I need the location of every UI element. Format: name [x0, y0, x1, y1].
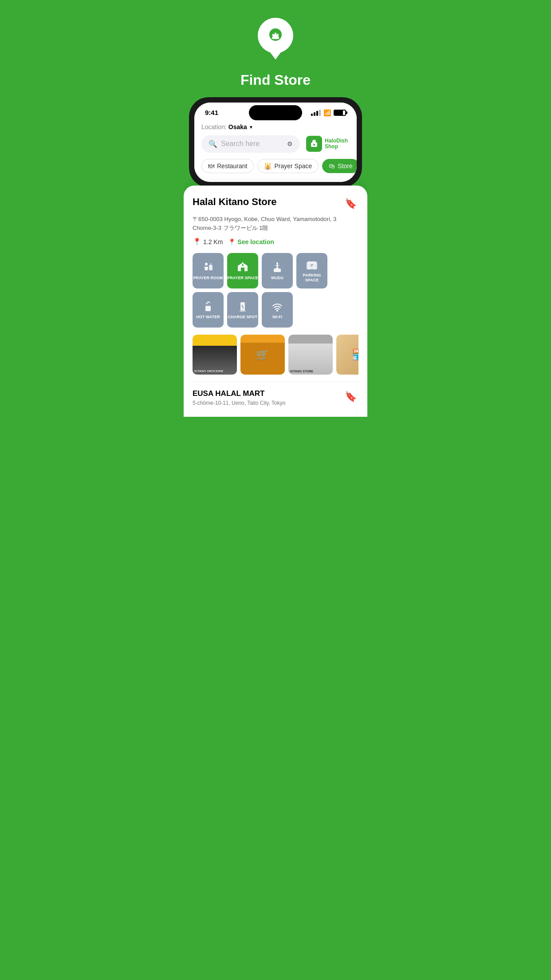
charge-spot-label: CHARGE SPOT [228, 315, 257, 320]
store-distance-row: 📍 1.2 Km 📍 See location [193, 237, 358, 246]
bookmark-button[interactable]: 🔖 [343, 196, 358, 211]
amenity-hot-water[interactable]: HOT WATER [193, 292, 224, 328]
page-title: Find Store [240, 72, 311, 88]
svg-rect-14 [274, 269, 281, 272]
amenity-wifi[interactable]: WI-FI [262, 292, 293, 328]
signal-icon [311, 110, 321, 116]
svg-point-9 [205, 263, 208, 265]
search-row: 🔍 Search here ⚙ Hal [201, 134, 350, 154]
logo-icon [265, 25, 286, 46]
wifi-label: WI-FI [272, 315, 282, 320]
parking-icon: P [306, 259, 318, 271]
category-tabs: 🍽 Restaurant 🕌 Prayer Space 🛍 Store [201, 159, 350, 177]
phone-screen: 9:41 📶 Location: Osaka ▼ [194, 103, 357, 182]
second-store-bookmark[interactable]: 🔖 [343, 389, 358, 404]
prayer-space-icon: 🕌 [264, 162, 272, 170]
svg-rect-24 [240, 310, 246, 312]
svg-point-8 [313, 144, 315, 146]
svg-point-19 [314, 268, 315, 269]
store-icon: 🛍 [329, 162, 335, 170]
prayer-space-label: PRAYER SPACE [227, 276, 258, 281]
chevron-down-icon[interactable]: ▼ [249, 125, 253, 130]
distance-icon: 📍 [193, 237, 201, 246]
photos-row: KITANO GROCERIE 🛒 KITANO STORE 🏪 [193, 335, 358, 375]
search-icon: 🔍 [209, 140, 217, 148]
app-container: Find Store 9:41 📶 [184, 0, 367, 417]
svg-point-13 [242, 264, 244, 266]
svg-rect-22 [205, 306, 211, 311]
amenity-charge-spot[interactable]: CHARGE SPOT [227, 292, 258, 328]
logo-pin [258, 18, 293, 59]
wudu-label: WUDU [271, 276, 283, 281]
second-store-address: 5-chōme-10-11, Ueno, Taito City, Tokyo [193, 400, 285, 406]
location-city: Osaka [228, 123, 247, 130]
amenity-prayer-room[interactable]: PRAYER ROOM [193, 253, 224, 288]
search-placeholder: Search here [221, 140, 283, 148]
svg-point-5 [274, 33, 275, 35]
location-label: Location: [201, 123, 227, 130]
charge-spot-icon [236, 300, 249, 313]
wudu-icon [271, 261, 283, 274]
halodish-text: HaloDish Shop [325, 138, 348, 150]
second-store-row: EUSA HALAL MART 5-chōme-10-11, Ueno, Tai… [193, 382, 358, 406]
distance-text: 📍 1.2 Km [193, 237, 223, 246]
photo-4[interactable]: 🏪 [336, 335, 358, 375]
green-header: Find Store [184, 0, 367, 97]
location-pin-icon: 📍 [228, 238, 236, 245]
logo-arrow [270, 52, 281, 59]
search-box[interactable]: 🔍 Search here ⚙ [201, 135, 300, 153]
svg-rect-11 [209, 265, 213, 270]
tab-store[interactable]: 🛍 Store [322, 159, 357, 173]
photo-2[interactable]: 🛒 [240, 335, 285, 375]
svg-point-15 [276, 262, 278, 264]
svg-point-6 [276, 33, 278, 35]
svg-text:P: P [311, 263, 313, 268]
second-store-name: EUSA HALAL MART [193, 389, 285, 398]
prayer-room-icon [202, 261, 214, 274]
second-store-info: EUSA HALAL MART 5-chōme-10-11, Ueno, Tai… [193, 389, 285, 406]
see-location-button[interactable]: 📍 See location [228, 238, 274, 245]
location-bar: Location: Osaka ▼ [201, 120, 350, 134]
restaurant-icon: 🍽 [208, 162, 214, 170]
amenity-parking[interactable]: P PARKING SPACE [296, 253, 327, 288]
logo-circle [258, 18, 293, 53]
parking-label: PARKING SPACE [296, 273, 327, 283]
svg-point-25 [276, 310, 278, 312]
store-header: Halal Kitano Store 🔖 [193, 196, 358, 211]
dynamic-island [249, 105, 302, 120]
battery-icon [334, 110, 346, 116]
prayer-space-icon [236, 261, 249, 274]
wifi-status-icon: 📶 [323, 109, 331, 116]
filter-icon[interactable]: ⚙ [287, 140, 293, 147]
wifi-amenity-icon [271, 300, 283, 313]
amenities-grid: PRAYER ROOM PRAYER SPACE [193, 253, 358, 328]
amenity-prayer-space[interactable]: PRAYER SPACE [227, 253, 258, 288]
app-content: Location: Osaka ▼ 🔍 Search here ⚙ [194, 120, 357, 182]
halodish-shop-button[interactable]: HaloDish Shop [304, 134, 350, 154]
store-detail-card: Halal Kitano Store 🔖 〒650-0003 Hyogo, Ko… [184, 186, 367, 417]
status-icons: 📶 [311, 109, 346, 116]
halodish-icon [306, 136, 322, 152]
svg-rect-12 [241, 268, 244, 271]
tab-restaurant[interactable]: 🍽 Restaurant [201, 159, 254, 173]
amenity-wudu[interactable]: WUDU [262, 253, 293, 288]
store-address: 〒650-0003 Hyogo, Kobe, Chuo Ward, Yamamo… [193, 215, 358, 232]
prayer-room-label: PRAYER ROOM [193, 276, 223, 281]
photo-1[interactable]: KITANO GROCERIE [193, 335, 237, 375]
hot-water-icon [202, 300, 214, 313]
store-name: Halal Kitano Store [193, 196, 343, 208]
photo-3[interactable]: KITANO STORE [288, 335, 333, 375]
svg-point-18 [308, 268, 310, 269]
hot-water-label: HOT WATER [196, 315, 220, 320]
tab-prayer-space[interactable]: 🕌 Prayer Space [257, 159, 319, 173]
status-time: 9:41 [205, 109, 218, 116]
phone-mockup: 9:41 📶 Location: Osaka ▼ [189, 97, 362, 187]
